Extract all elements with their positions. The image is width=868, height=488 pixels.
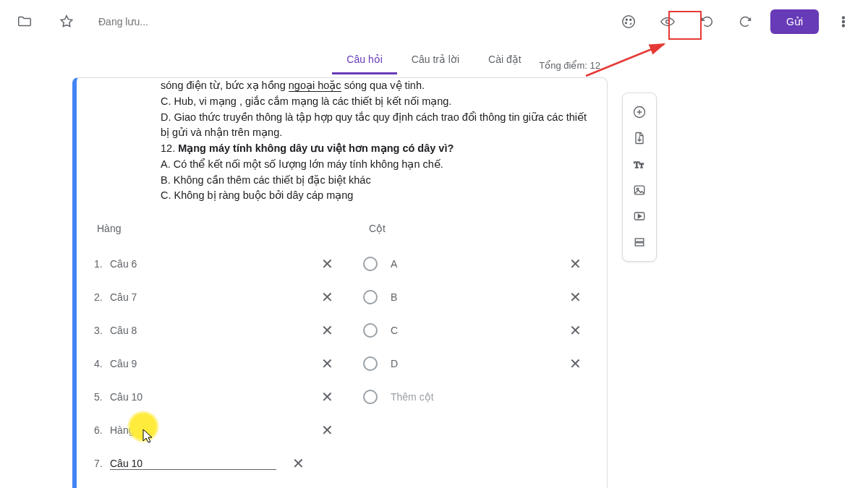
grid-editor: Hàng Cột 1. Câu 6 ✕ A ✕ 2. Câu 7 ✕ B ✕ 3…	[77, 210, 607, 488]
grid-row: 6. Hàng 6 ✕	[94, 414, 590, 447]
add-video-icon[interactable]	[625, 203, 654, 229]
radio-icon	[363, 257, 378, 271]
undo-icon[interactable]	[692, 7, 721, 36]
grid-row-add: 8. Thêm hàng	[94, 480, 590, 488]
svg-point-2	[630, 19, 631, 20]
qtext: sóng qua vệ tinh.	[341, 80, 425, 91]
preview-eye-icon[interactable]	[653, 7, 682, 36]
delete-row-icon[interactable]: ✕	[276, 455, 320, 472]
row-number: 2.	[94, 291, 110, 303]
form-tabs: Câu hỏi Câu trả lời Cài đặt	[0, 46, 868, 74]
col-label-input[interactable]: C	[391, 325, 564, 336]
add-column[interactable]: Thêm cột	[391, 391, 564, 403]
more-icon[interactable]	[829, 7, 858, 36]
row-label-input[interactable]: Câu 8	[110, 325, 305, 336]
add-section-icon[interactable]	[625, 229, 654, 255]
svg-point-6	[843, 20, 845, 22]
delete-row-icon[interactable]: ✕	[305, 288, 349, 306]
row-label-input[interactable]: Câu 10	[110, 391, 305, 403]
qtext: B. Không cần thêm các thiết bị đặc biệt …	[161, 174, 371, 186]
delete-col-icon[interactable]: ✕	[564, 322, 586, 339]
toolbar-left: Đang lưu...	[10, 7, 148, 36]
side-toolbar: Tт	[622, 93, 657, 262]
qtext-bold: Mạng máy tính không dây ưu việt hơn mạng…	[178, 142, 454, 154]
top-toolbar: Đang lưu... Gửi	[0, 0, 868, 43]
send-button[interactable]: Gửi	[770, 9, 819, 34]
delete-col-icon[interactable]: ✕	[564, 255, 586, 273]
delete-row-icon[interactable]: ✕	[305, 355, 349, 372]
delete-row-icon[interactable]: ✕	[305, 421, 349, 439]
radio-icon	[363, 356, 378, 371]
saving-status: Đang lưu...	[98, 16, 148, 27]
svg-point-1	[626, 19, 627, 20]
svg-point-4	[666, 20, 670, 23]
delete-col-icon[interactable]: ✕	[564, 355, 586, 372]
grid-row-editing: 7. Câu 10 ✕	[94, 447, 590, 480]
radio-icon	[363, 323, 378, 338]
grid-row: 2. Câu 7 ✕ B ✕	[94, 281, 590, 314]
col-label-input[interactable]: B	[391, 291, 564, 303]
add-image-icon[interactable]	[625, 177, 654, 203]
row-number: 7.	[94, 458, 110, 469]
question-card: sóng điện từ, bức xạ hồng ngoại hoặc són…	[72, 77, 608, 488]
svg-point-3	[625, 22, 626, 23]
svg-rect-15	[635, 243, 644, 246]
svg-rect-11	[634, 186, 644, 194]
row-number: 6.	[94, 424, 110, 436]
toolbar-right: Gửi	[614, 7, 858, 36]
qtext: A. Có thể kết nối một số lượng lớn máy t…	[161, 158, 443, 170]
qtext: C. Hub, vi mạng , giắc cắm mạng là các t…	[161, 95, 451, 107]
qtext: D. Giao thức truyền thông là tập hợp quy…	[161, 111, 587, 139]
add-title-icon[interactable]: Tт	[625, 151, 654, 177]
col-label-input[interactable]: A	[391, 258, 564, 270]
add-question-icon[interactable]	[625, 99, 654, 125]
row-number: 5.	[94, 391, 110, 403]
main-area: sóng điện từ, bức xạ hồng ngoại hoặc són…	[0, 77, 868, 488]
svg-rect-14	[635, 239, 644, 241]
row-number: 1.	[94, 258, 110, 270]
svg-point-7	[843, 25, 845, 27]
svg-point-0	[623, 15, 635, 27]
delete-col-icon[interactable]: ✕	[564, 288, 586, 306]
svg-text:Tт: Tт	[634, 160, 644, 170]
grid-row: 4. Câu 9 ✕ D ✕	[94, 347, 590, 380]
radio-icon	[363, 390, 378, 404]
col-label-input[interactable]: D	[391, 358, 564, 369]
row-number: 4.	[94, 358, 110, 369]
row-number: 3.	[94, 325, 110, 336]
row-header: Hàng	[94, 223, 340, 234]
row-label-input[interactable]: Câu 7	[110, 291, 305, 303]
redo-icon[interactable]	[731, 7, 760, 36]
grid-row: 5. Câu 10 ✕ Thêm cột	[94, 380, 590, 414]
row-label-input[interactable]: Câu 9	[110, 358, 305, 369]
col-header: Cột	[340, 223, 386, 234]
grid-row: 1. Câu 6 ✕ A ✕	[94, 247, 590, 281]
total-points: Tổng điểm: 12	[539, 60, 600, 71]
qtext: 12.	[161, 142, 178, 154]
row-label-input[interactable]: Câu 10	[110, 458, 276, 470]
grid-headers: Hàng Cột	[94, 223, 590, 234]
qtext: C. Không bị ràng buộc bởi dây cáp mạng	[161, 189, 353, 201]
star-icon[interactable]	[52, 7, 81, 36]
row-label-input[interactable]: Câu 6	[110, 258, 305, 270]
qtext-under: ngoại hoặc	[289, 80, 341, 92]
import-question-icon[interactable]	[625, 125, 654, 151]
question-text-block: sóng điện từ, bức xạ hồng ngoại hoặc són…	[77, 78, 607, 210]
palette-icon[interactable]	[614, 7, 643, 36]
delete-row-icon[interactable]: ✕	[305, 255, 349, 273]
delete-row-icon[interactable]: ✕	[305, 322, 349, 339]
row-label-input[interactable]: Hàng 6	[110, 424, 305, 436]
tab-settings[interactable]: Cài đặt	[474, 46, 536, 74]
qtext: sóng điện từ, bức xạ hồng	[161, 80, 289, 91]
folder-icon[interactable]	[10, 7, 39, 36]
delete-row-icon[interactable]: ✕	[305, 388, 349, 406]
grid-row: 3. Câu 8 ✕ C ✕	[94, 314, 590, 347]
tab-answers[interactable]: Câu trả lời	[397, 46, 474, 74]
tab-questions[interactable]: Câu hỏi	[332, 46, 396, 74]
svg-point-5	[843, 17, 845, 19]
radio-icon	[363, 290, 378, 304]
